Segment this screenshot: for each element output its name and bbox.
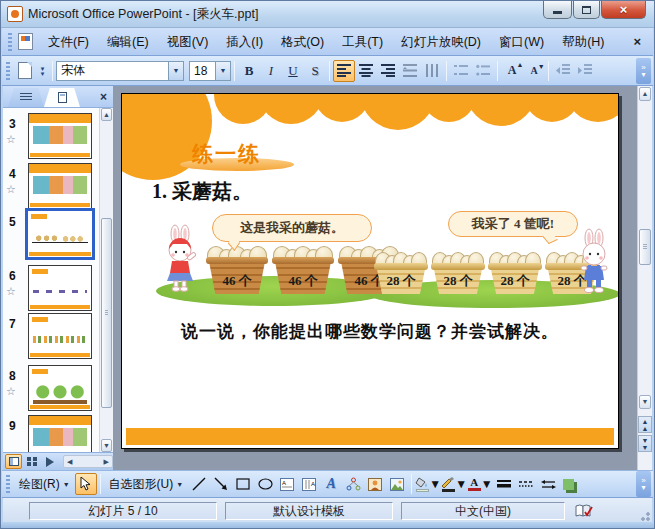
resize-grip[interactable] [640,511,650,521]
slide-thumbnail[interactable] [28,163,92,209]
clip-art-button[interactable] [364,473,386,495]
animation-star-icon[interactable]: ☆ [6,385,16,398]
arrow-button[interactable] [210,473,232,495]
minimize-button[interactable] [543,1,572,19]
mushroom-basket[interactable]: 28 个 [374,246,428,294]
font-name-combobox[interactable]: 宋体 ▼ [56,61,184,81]
shadow-style-button[interactable] [559,473,581,495]
chevron-down-icon[interactable]: ▼ [215,62,230,80]
animation-star-icon[interactable]: ☆ [6,285,16,298]
panel-hscrollbar[interactable]: ◀▶ [63,455,113,468]
language-indicator[interactable]: 中文(中国) [401,502,565,520]
numbering-button[interactable] [450,60,472,82]
text-box-button[interactable]: A [276,473,298,495]
text-shadow-button[interactable]: S [304,60,326,82]
draw-menu-button[interactable]: 绘图(R)▼ [14,473,75,495]
drawbar-options-button[interactable]: »▾ [636,471,651,497]
oval-button[interactable] [254,473,276,495]
line-spacing-button[interactable] [399,60,421,82]
question-text[interactable]: 说一说，你能提出哪些数学问题？并尝试解决。 [122,320,618,343]
slide-thumbnail[interactable] [28,113,92,159]
select-objects-button[interactable] [75,473,97,495]
scroll-down-icon[interactable]: ▼ [639,395,651,409]
menu-item[interactable]: 窗口(W) [490,31,553,53]
toolbar-overflow-button[interactable]: ▾▾ [36,60,49,82]
close-button[interactable]: × [601,1,646,19]
tab-slides[interactable] [44,88,80,107]
insert-picture-button[interactable] [386,473,408,495]
chevron-down-icon[interactable]: ▼ [455,477,467,491]
increase-indent-button[interactable] [574,60,596,82]
slideshow-view-button[interactable] [41,454,58,469]
font-color-button[interactable]: A▼ [467,473,493,495]
chevron-down-icon[interactable]: ▼ [481,477,493,491]
rabbit-left[interactable] [158,224,202,296]
line-button[interactable] [188,473,210,495]
menu-item[interactable]: 文件(F) [39,31,98,53]
left-speech-bubble[interactable]: 这是我采的蘑菇。 [212,214,372,242]
rabbit-right[interactable] [574,228,614,298]
menu-item[interactable]: 编辑(E) [98,31,158,53]
dash-style-button[interactable] [515,473,537,495]
fill-color-button[interactable]: ▼ [415,473,441,495]
mushroom-basket[interactable]: 46 个 [272,240,334,294]
close-document-button[interactable]: × [625,34,649,49]
toolbar-grip[interactable] [8,33,12,51]
menu-item[interactable]: 视图(V) [158,31,218,53]
line-style-button[interactable] [493,473,515,495]
mushroom-basket[interactable]: 28 个 [488,246,542,294]
slide-thumbnail[interactable] [28,265,92,311]
wordart-button[interactable]: A [320,473,342,495]
toolbar-options-button[interactable]: »▾ [636,58,651,84]
align-left-button[interactable] [333,60,355,82]
menu-item[interactable]: 幻灯片放映(D) [392,31,490,53]
slide-canvas[interactable]: 练一练 1. 采蘑菇。 这是我采的蘑菇。 我采了 4 筐呢! [121,93,619,449]
vertical-scrollbar[interactable]: ▲ ▼ ▲▲ ▼▼ [637,86,652,470]
right-speech-bubble[interactable]: 我采了 4 筐呢! [448,211,578,237]
scroll-up-icon[interactable]: ▲ [639,87,651,101]
spellcheck-status-icon[interactable] [575,504,593,519]
new-presentation-button[interactable] [14,60,36,82]
normal-view-button[interactable] [5,454,22,469]
vertical-text-box-button[interactable]: A [298,473,320,495]
increase-font-size-button[interactable]: A▲ [501,60,523,82]
slide-thumbnail[interactable] [28,365,92,411]
scroll-left-icon[interactable]: ◀ [64,458,75,466]
bullets-button[interactable] [472,60,494,82]
menu-item[interactable]: 工具(T) [333,31,392,53]
animation-star-icon[interactable]: ☆ [6,133,16,146]
design-template-indicator[interactable]: 默认设计模板 [225,502,393,520]
scrollbar-thumb[interactable] [639,229,651,265]
previous-slide-button[interactable]: ▲▲ [638,416,652,433]
text-direction-button[interactable] [421,60,443,82]
mushroom-basket[interactable]: 28 个 [431,246,485,294]
next-slide-button[interactable]: ▼▼ [638,435,652,452]
maximize-button[interactable] [573,1,600,19]
chevron-down-icon[interactable]: ▼ [429,477,441,491]
menu-item[interactable]: 插入(I) [217,31,272,53]
toolbar-grip[interactable] [6,475,10,493]
tab-outline[interactable] [8,88,44,107]
align-right-button[interactable] [377,60,399,82]
document-icon[interactable] [18,33,33,50]
slide-thumbnail[interactable] [28,313,92,359]
section-title[interactable]: 练一练 [192,140,261,168]
underline-button[interactable]: U [282,60,304,82]
rectangle-button[interactable] [232,473,254,495]
decrease-font-size-button[interactable]: A▼ [523,60,545,82]
slide-thumbnail[interactable] [28,415,92,452]
autoshapes-menu-button[interactable]: 自选图形(U)▼ [104,473,189,495]
align-center-button[interactable] [355,60,377,82]
menu-item[interactable]: 格式(O) [272,31,333,53]
scroll-right-icon[interactable]: ▶ [101,458,112,466]
toolbar-grip[interactable] [6,62,10,80]
animation-star-icon[interactable]: ☆ [6,183,16,196]
italic-button[interactable]: I [260,60,282,82]
chevron-down-icon[interactable]: ▼ [168,62,183,80]
slide-sorter-view-button[interactable] [23,454,40,469]
font-size-combobox[interactable]: 18 ▼ [189,61,231,81]
line-color-button[interactable]: ▼ [441,473,467,495]
decrease-indent-button[interactable] [552,60,574,82]
bold-button[interactable]: B [238,60,260,82]
slide-thumbnail[interactable] [25,208,95,260]
